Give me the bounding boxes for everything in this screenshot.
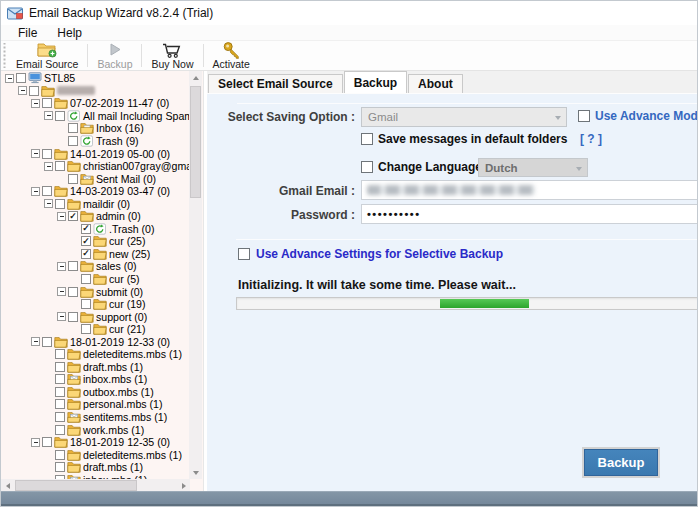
tree-item[interactable]: personal.mbs (1) (1, 398, 189, 411)
tree-item-checkbox[interactable] (55, 450, 65, 460)
tree-item[interactable]: admin (0) (1, 210, 189, 223)
tree-item-checkbox[interactable] (55, 387, 65, 397)
tree-item-checkbox[interactable] (68, 174, 78, 184)
tree-item-checkbox[interactable] (55, 349, 65, 359)
collapse-minus-icon[interactable] (31, 149, 40, 158)
tree-item-checkbox[interactable] (55, 111, 65, 121)
tree-item[interactable]: deleteditems.mbs (1) (1, 348, 189, 361)
tree-item[interactable]: .Trash (0) (1, 223, 189, 236)
activate-button[interactable]: Activate (205, 41, 258, 70)
tree-item[interactable]: Inbox (16) (1, 122, 189, 135)
tree-item[interactable]: new (25) (1, 248, 189, 261)
tree-item-checkbox[interactable] (68, 136, 78, 146)
horizontal-scroll-thumb[interactable] (15, 480, 137, 491)
buy-now-button[interactable]: Buy Now (143, 41, 201, 70)
collapse-minus-icon[interactable] (57, 212, 66, 221)
use-advance-mode-checkbox[interactable] (578, 110, 590, 122)
tree-item[interactable]: 07-02-2019 11-47 (0) (1, 97, 189, 110)
tab-select-email-source[interactable]: Select Email Source (208, 74, 343, 93)
tree-item-checkbox[interactable] (81, 224, 91, 234)
tree-item[interactable]: submit (0) (1, 285, 189, 298)
save-messages-checkbox[interactable] (361, 133, 373, 145)
change-language-checkbox[interactable] (361, 161, 373, 173)
saving-option-select[interactable]: Gmail (361, 107, 567, 127)
password-input[interactable]: •••••••••• (361, 204, 698, 224)
help-link[interactable]: [ ? ] (580, 132, 602, 146)
tree-item-checkbox[interactable] (68, 287, 78, 297)
collapse-minus-icon[interactable] (31, 187, 40, 196)
tree-item-checkbox[interactable] (42, 437, 52, 447)
email-source-button[interactable]: Email Source (8, 41, 86, 70)
tree-item-checkbox[interactable] (42, 149, 52, 159)
tree-item-checkbox[interactable] (68, 261, 78, 271)
collapse-minus-icon[interactable] (31, 337, 40, 346)
collapse-minus-icon[interactable] (44, 111, 53, 120)
tree-item[interactable]: draft.mbs (1) (1, 461, 189, 474)
tree-item-checkbox[interactable] (55, 374, 65, 384)
collapse-minus-icon[interactable] (57, 262, 66, 271)
tree-item-checkbox[interactable] (68, 312, 78, 322)
tree-item-checkbox[interactable] (81, 236, 91, 246)
tree-item[interactable]: 14-03-2019 03-47 (0) (1, 185, 189, 198)
collapse-minus-icon[interactable] (44, 199, 53, 208)
tree-item-checkbox[interactable] (68, 211, 78, 221)
tree-item[interactable]: sentitems.mbs (1) (1, 411, 189, 424)
tree-item-checkbox[interactable] (55, 362, 65, 372)
tab-backup[interactable]: Backup (344, 71, 407, 93)
language-select[interactable]: Dutch (478, 158, 588, 177)
tree-item[interactable] (1, 85, 189, 98)
tab-about[interactable]: About (408, 74, 463, 93)
tree-item[interactable]: deleteditems.mbs (1) (1, 448, 189, 461)
menu-item-file[interactable]: File (9, 26, 46, 40)
tree-item-checkbox[interactable] (55, 399, 65, 409)
tree-item[interactable]: 18-01-2019 12-35 (0) (1, 436, 189, 449)
collapse-minus-icon[interactable] (57, 312, 66, 321)
tree-item[interactable]: sales (0) (1, 260, 189, 273)
tree-item-checkbox[interactable] (42, 337, 52, 347)
tree-item-checkbox[interactable] (81, 324, 91, 334)
backup-button[interactable]: Backup (584, 449, 658, 476)
tree-item[interactable]: 18-01-2019 12-33 (0) (1, 335, 189, 348)
tree-item[interactable]: Trash (9) (1, 135, 189, 148)
tree-item-checkbox[interactable] (81, 274, 91, 284)
collapse-minus-icon[interactable] (31, 438, 40, 447)
tree-item-checkbox[interactable] (81, 299, 91, 309)
tree-item[interactable]: cur (25) (1, 235, 189, 248)
tree-item-checkbox[interactable] (81, 249, 91, 259)
tree-item[interactable]: cur (19) (1, 298, 189, 311)
tree-item[interactable]: christian007gray@gmail.com (1, 160, 189, 173)
toolbar-grip[interactable] (2, 43, 7, 68)
tree-item[interactable]: draft.mbs (1) (1, 361, 189, 374)
tree-item[interactable]: Sent Mail (0) (1, 172, 189, 185)
advance-settings-checkbox[interactable] (238, 248, 250, 260)
scroll-down-icon[interactable] (189, 466, 202, 479)
tree-item-checkbox[interactable] (55, 462, 65, 472)
tree-item-checkbox[interactable] (42, 98, 52, 108)
tree-item-checkbox[interactable] (55, 425, 65, 435)
tree-item[interactable]: STL85 (1, 72, 189, 85)
tree-item[interactable]: cur (21) (1, 323, 189, 336)
tree-item[interactable]: work.mbs (1) (1, 423, 189, 436)
tree-item-checkbox[interactable] (42, 186, 52, 196)
tree-item[interactable]: All mail Including Spam and T (1, 110, 189, 123)
tree-item[interactable]: outbox.mbs (1) (1, 386, 189, 399)
gmail-email-input[interactable] (361, 180, 698, 200)
tree-vertical-scrollbar[interactable] (189, 71, 202, 479)
tree-item-checkbox[interactable] (55, 199, 65, 209)
tree-item-checkbox[interactable] (68, 123, 78, 133)
collapse-minus-icon[interactable] (57, 287, 66, 296)
tree-item-checkbox[interactable] (29, 86, 39, 96)
collapse-minus-icon[interactable] (18, 86, 27, 95)
tree-item[interactable]: support (0) (1, 310, 189, 323)
vertical-scroll-thumb[interactable] (190, 86, 201, 198)
collapse-minus-icon[interactable] (31, 99, 40, 108)
tree-item-checkbox[interactable] (55, 412, 65, 422)
tree-item[interactable]: maildir (0) (1, 197, 189, 210)
menu-item-help[interactable]: Help (48, 26, 91, 40)
tree-item-checkbox[interactable] (16, 73, 26, 83)
tree-item[interactable]: cur (5) (1, 273, 189, 286)
collapse-minus-icon[interactable] (5, 74, 14, 83)
tree-item[interactable]: inbox.mbs (1) (1, 373, 189, 386)
tree-item[interactable]: 14-01-2019 05-00 (0) (1, 147, 189, 160)
tree-item-checkbox[interactable] (55, 161, 65, 171)
